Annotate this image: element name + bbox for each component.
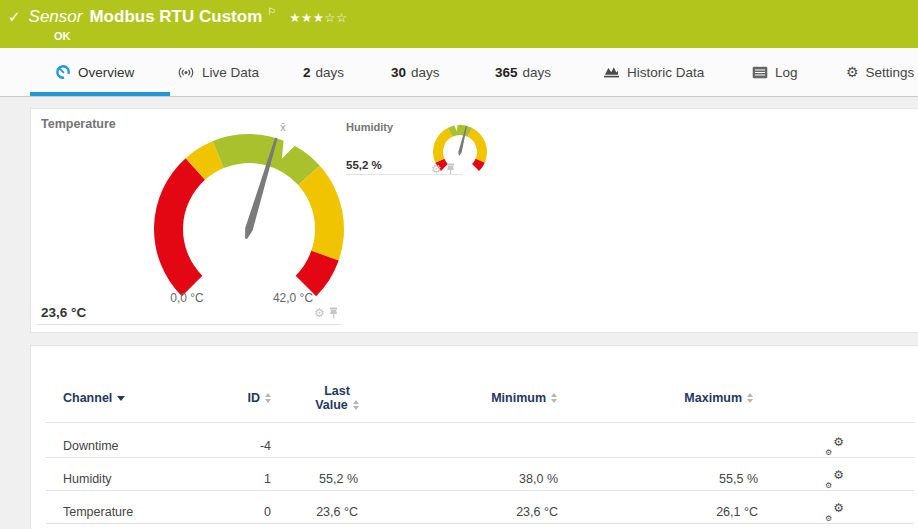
pin-icon[interactable] [329,307,338,319]
tab-2-days[interactable]: 2 days [303,48,344,96]
cell-last-value: 23,6 °C [281,505,358,519]
cell-minimum: 38,0 % [471,472,558,486]
tab-historic-data[interactable]: Historic Data [603,48,704,96]
temperature-gauge: x̄ [134,115,364,315]
gear-icon: ⚙ [833,501,844,515]
sort-icon [353,400,359,410]
gear-icon: ⚙ [833,468,844,482]
gear-icon: ⚙ [846,64,859,80]
tab-label: days [523,65,552,80]
gauge-average-label: x̄ [280,121,286,133]
active-tab-underline [30,92,170,96]
area-chart-icon [603,65,620,79]
tab-label: days [411,65,440,80]
gauge-segment [433,128,452,163]
sort-icon [265,393,271,403]
tab-label: Overview [78,65,134,80]
temperature-current-value: 23,6 °C [41,305,86,320]
table-divider [46,490,914,491]
tab-number: 2 [303,65,311,80]
tab-365-days[interactable]: 365 days [495,48,551,96]
temperature-gauge-title: Temperature [41,117,116,131]
gear-icon[interactable]: ⚙ [314,306,325,320]
table-divider [46,422,914,423]
cell-maximum: 55,5 % [671,472,758,486]
gauge-segment [448,125,473,137]
gauge-segment [468,128,487,163]
prtg-sensor-page: ✓ Sensor Modbus RTU Custom ⚐ ★★★☆☆ OK Ov… [0,0,918,529]
gauges-panel: Temperature x̄ 0,0 °C 42,0 °C 23,6 °C ⚙ … [30,108,918,333]
gauge-segment [154,158,205,296]
ok-check-icon: ✓ [8,8,21,26]
sort-desc-icon [117,396,125,401]
temperature-tile-divider [37,324,341,325]
column-header-channel[interactable]: Channel [63,391,125,405]
tab-label: Log [775,65,798,80]
log-icon [752,66,768,79]
tab-settings[interactable]: ⚙ Settings [846,48,914,96]
sensor-title: Modbus RTU Custom [89,7,262,27]
column-label: Channel [63,391,112,405]
cell-id: 1 [191,472,271,486]
channel-settings-button[interactable]: ⚙ ⚙ [826,471,844,487]
humidity-gauge-title: Humidity [346,121,393,133]
tab-number: 30 [391,65,406,80]
gear-icon: ⚙ [833,435,844,449]
cell-last-value: 55,2 % [281,472,358,486]
tab-overview[interactable]: Overview [55,48,134,96]
humidity-current-value: 55,2 % [346,159,382,171]
gear-icon-small: ⚙ [825,448,832,457]
gauge-icon [55,64,71,80]
temperature-gauge-max-label: 42,0 °C [263,291,323,305]
gear-icon-small: ⚙ [825,481,832,490]
column-header-minimum[interactable]: Minimum [451,391,557,405]
priority-flag-icon[interactable]: ⚐ [267,6,276,17]
humidity-tile-divider [346,174,463,175]
cell-channel[interactable]: Temperature [63,505,133,519]
temperature-gauge-min-label: 0,0 °C [157,291,217,305]
tab-log[interactable]: Log [752,48,798,96]
channels-table-panel: Channel ID Last Value Minimum Maximum Do… [30,345,918,529]
channel-settings-button[interactable]: ⚙ ⚙ [826,438,844,454]
tab-label: Historic Data [627,65,704,80]
column-header-maximum[interactable]: Maximum [651,391,753,405]
gauge-segment [298,166,344,261]
sort-icon [551,393,557,403]
table-divider [46,457,914,458]
cell-id: 0 [191,505,271,519]
tab-number: 365 [495,65,518,80]
sort-icon [747,393,753,403]
cell-channel[interactable]: Humidity [63,472,112,486]
tab-live-data[interactable]: Live Data [177,48,259,96]
tab-bar: Overview Live Data 2 days 30 days 365 da… [0,48,918,97]
tab-label: Live Data [202,65,259,80]
sensor-status-header: ✓ Sensor Modbus RTU Custom ⚐ ★★★☆☆ OK [0,0,918,48]
column-label-line2: Value [315,398,348,412]
column-label-line1: Last [324,384,350,398]
column-header-last-value[interactable]: Last Value [301,384,373,412]
tab-label: days [316,65,345,80]
cell-id: -4 [191,439,271,453]
channel-settings-button[interactable]: ⚙ ⚙ [826,504,844,520]
cell-maximum: 26,1 °C [671,505,758,519]
cell-channel[interactable]: Downtime [63,439,119,453]
gear-icon-small: ⚙ [825,514,832,523]
table-divider [46,523,914,524]
live-icon [177,65,195,80]
column-label: ID [248,391,261,405]
tab-30-days[interactable]: 30 days [391,48,440,96]
object-kind-label: Sensor [29,7,83,27]
cell-minimum: 23,6 °C [471,505,558,519]
tab-label: Settings [866,65,915,80]
column-label: Maximum [684,391,742,405]
temperature-tile-actions: ⚙ [314,306,338,320]
column-header-id[interactable]: ID [171,391,271,405]
status-badge: OK [54,30,71,42]
priority-stars[interactable]: ★★★☆☆ [289,10,348,25]
sensor-title-line: ✓ Sensor Modbus RTU Custom ⚐ ★★★☆☆ [8,7,348,27]
column-label: Minimum [491,391,546,405]
